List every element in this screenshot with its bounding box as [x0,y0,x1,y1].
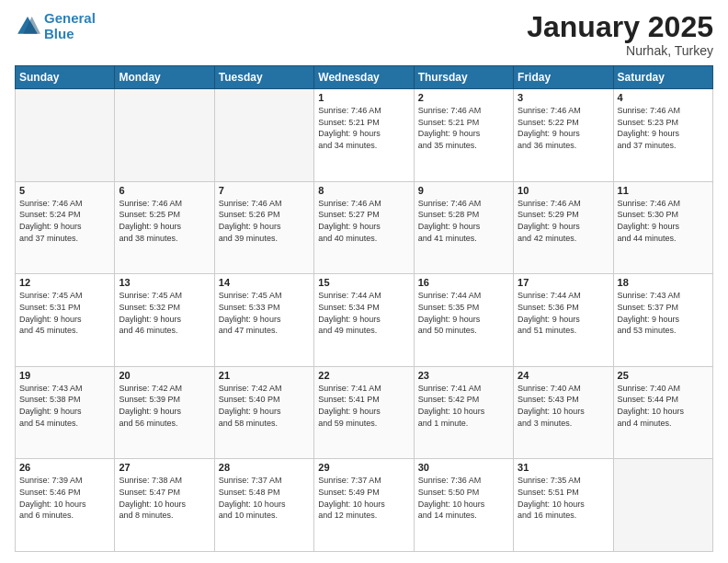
day-number: 10 [518,185,609,196]
day-number: 28 [219,462,310,473]
day-number: 22 [318,370,409,381]
calendar-cell: 26Sunrise: 7:39 AM Sunset: 5:46 PM Dayli… [16,459,115,552]
logo-icon [15,14,40,40]
day-number: 14 [219,277,310,288]
calendar-cell: 28Sunrise: 7:37 AM Sunset: 5:48 PM Dayli… [214,459,313,552]
weekday-header: Sunday [16,66,115,89]
day-info: Sunrise: 7:43 AM Sunset: 5:38 PM Dayligh… [19,383,110,429]
day-number: 24 [518,370,609,381]
day-number: 23 [418,370,509,381]
calendar-cell: 15Sunrise: 7:44 AM Sunset: 5:34 PM Dayli… [314,274,414,367]
calendar-cell [613,459,712,552]
day-info: Sunrise: 7:44 AM Sunset: 5:35 PM Dayligh… [418,290,509,336]
day-number: 2 [418,92,509,103]
day-number: 31 [518,462,609,473]
weekday-header: Wednesday [314,66,414,89]
calendar-cell: 27Sunrise: 7:38 AM Sunset: 5:47 PM Dayli… [115,459,214,552]
day-info: Sunrise: 7:46 AM Sunset: 5:22 PM Dayligh… [518,105,609,151]
day-info: Sunrise: 7:35 AM Sunset: 5:51 PM Dayligh… [518,475,609,521]
day-info: Sunrise: 7:41 AM Sunset: 5:42 PM Dayligh… [418,383,509,429]
day-number: 6 [119,185,210,196]
weekday-header: Thursday [414,66,513,89]
calendar-cell: 9Sunrise: 7:46 AM Sunset: 5:28 PM Daylig… [414,181,513,274]
calendar-cell: 30Sunrise: 7:36 AM Sunset: 5:50 PM Dayli… [414,459,513,552]
day-info: Sunrise: 7:45 AM Sunset: 5:32 PM Dayligh… [119,290,210,336]
calendar-cell: 3Sunrise: 7:46 AM Sunset: 5:22 PM Daylig… [514,89,613,182]
page: General Blue January 2025 Nurhak, Turkey… [0,0,728,563]
day-number: 12 [19,277,110,288]
day-number: 1 [318,92,409,103]
day-number: 15 [318,277,409,288]
day-info: Sunrise: 7:46 AM Sunset: 5:29 PM Dayligh… [518,198,609,244]
day-info: Sunrise: 7:37 AM Sunset: 5:49 PM Dayligh… [318,475,409,521]
calendar-cell: 24Sunrise: 7:40 AM Sunset: 5:43 PM Dayli… [514,366,613,459]
calendar-cell [115,89,214,182]
day-number: 11 [618,185,709,196]
day-info: Sunrise: 7:45 AM Sunset: 5:33 PM Dayligh… [219,290,310,336]
day-number: 18 [618,277,709,288]
weekday-header: Saturday [613,66,712,89]
day-number: 21 [219,370,310,381]
calendar-cell: 5Sunrise: 7:46 AM Sunset: 5:24 PM Daylig… [16,181,115,274]
day-info: Sunrise: 7:46 AM Sunset: 5:28 PM Dayligh… [418,198,509,244]
weekday-header: Tuesday [214,66,313,89]
calendar-cell: 12Sunrise: 7:45 AM Sunset: 5:31 PM Dayli… [16,274,115,367]
calendar-cell: 16Sunrise: 7:44 AM Sunset: 5:35 PM Dayli… [414,274,513,367]
day-info: Sunrise: 7:46 AM Sunset: 5:24 PM Dayligh… [19,198,110,244]
day-number: 29 [318,462,409,473]
day-number: 9 [418,185,509,196]
location-subtitle: Nurhak, Turkey [527,43,713,58]
day-number: 5 [19,185,110,196]
day-number: 26 [19,462,110,473]
day-info: Sunrise: 7:46 AM Sunset: 5:30 PM Dayligh… [618,198,709,244]
calendar-cell: 20Sunrise: 7:42 AM Sunset: 5:39 PM Dayli… [115,366,214,459]
day-info: Sunrise: 7:40 AM Sunset: 5:44 PM Dayligh… [618,383,709,429]
day-number: 7 [219,185,310,196]
calendar-cell [214,89,313,182]
day-number: 16 [418,277,509,288]
calendar-table: SundayMondayTuesdayWednesdayThursdayFrid… [15,65,713,552]
day-info: Sunrise: 7:43 AM Sunset: 5:37 PM Dayligh… [618,290,709,336]
day-info: Sunrise: 7:46 AM Sunset: 5:21 PM Dayligh… [418,105,509,151]
day-number: 3 [518,92,609,103]
calendar-cell: 13Sunrise: 7:45 AM Sunset: 5:32 PM Dayli… [115,274,214,367]
weekday-header: Monday [115,66,214,89]
day-number: 30 [418,462,509,473]
day-info: Sunrise: 7:44 AM Sunset: 5:36 PM Dayligh… [518,290,609,336]
day-number: 17 [518,277,609,288]
calendar-cell: 31Sunrise: 7:35 AM Sunset: 5:51 PM Dayli… [514,459,613,552]
calendar-cell: 29Sunrise: 7:37 AM Sunset: 5:49 PM Dayli… [314,459,414,552]
weekday-header: Friday [514,66,613,89]
logo: General Blue [15,11,96,41]
day-info: Sunrise: 7:46 AM Sunset: 5:26 PM Dayligh… [219,198,310,244]
logo-text: General Blue [44,11,96,41]
day-number: 8 [318,185,409,196]
calendar-cell: 11Sunrise: 7:46 AM Sunset: 5:30 PM Dayli… [613,181,712,274]
calendar-cell: 1Sunrise: 7:46 AM Sunset: 5:21 PM Daylig… [314,89,414,182]
day-info: Sunrise: 7:36 AM Sunset: 5:50 PM Dayligh… [418,475,509,521]
day-number: 27 [119,462,210,473]
title-block: January 2025 Nurhak, Turkey [527,11,713,58]
calendar-cell: 18Sunrise: 7:43 AM Sunset: 5:37 PM Dayli… [613,274,712,367]
day-number: 13 [119,277,210,288]
month-title: January 2025 [527,11,713,43]
day-info: Sunrise: 7:44 AM Sunset: 5:34 PM Dayligh… [318,290,409,336]
day-info: Sunrise: 7:42 AM Sunset: 5:39 PM Dayligh… [119,383,210,429]
calendar-cell: 7Sunrise: 7:46 AM Sunset: 5:26 PM Daylig… [214,181,313,274]
day-info: Sunrise: 7:46 AM Sunset: 5:21 PM Dayligh… [318,105,409,151]
day-info: Sunrise: 7:40 AM Sunset: 5:43 PM Dayligh… [518,383,609,429]
calendar-cell: 10Sunrise: 7:46 AM Sunset: 5:29 PM Dayli… [514,181,613,274]
day-number: 4 [618,92,709,103]
calendar-cell: 25Sunrise: 7:40 AM Sunset: 5:44 PM Dayli… [613,366,712,459]
calendar-cell: 23Sunrise: 7:41 AM Sunset: 5:42 PM Dayli… [414,366,513,459]
day-info: Sunrise: 7:45 AM Sunset: 5:31 PM Dayligh… [19,290,110,336]
day-info: Sunrise: 7:37 AM Sunset: 5:48 PM Dayligh… [219,475,310,521]
calendar-cell [16,89,115,182]
day-info: Sunrise: 7:41 AM Sunset: 5:41 PM Dayligh… [318,383,409,429]
day-info: Sunrise: 7:39 AM Sunset: 5:46 PM Dayligh… [19,475,110,521]
calendar-cell: 2Sunrise: 7:46 AM Sunset: 5:21 PM Daylig… [414,89,513,182]
calendar-cell: 8Sunrise: 7:46 AM Sunset: 5:27 PM Daylig… [314,181,414,274]
calendar-cell: 4Sunrise: 7:46 AM Sunset: 5:23 PM Daylig… [613,89,712,182]
calendar-cell: 6Sunrise: 7:46 AM Sunset: 5:25 PM Daylig… [115,181,214,274]
header: General Blue January 2025 Nurhak, Turkey [15,11,713,58]
